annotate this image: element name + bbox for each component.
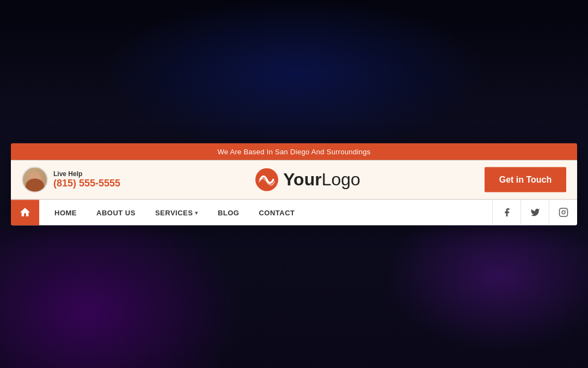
logo-icon xyxy=(255,167,279,191)
logo-bold: Your xyxy=(283,170,322,189)
live-help-section: Live Help (815) 555-5555 xyxy=(22,166,131,192)
logo-section[interactable]: YourLogo xyxy=(142,167,474,191)
main-header: Live Help (815) 555-5555 YourLogo Get in… xyxy=(11,160,577,199)
announcement-bar: We Are Based In San Diego And Surroundin… xyxy=(11,143,577,160)
nav-link-about-us[interactable]: ABOUT US xyxy=(87,200,145,225)
instagram-icon[interactable] xyxy=(549,200,577,225)
header-wrapper: We Are Based In San Diego And Surroundin… xyxy=(11,143,577,225)
live-help-text: Live Help (815) 555-5555 xyxy=(53,170,120,189)
avatar xyxy=(22,166,48,192)
nav-link-blog[interactable]: BLOG xyxy=(208,200,249,225)
live-help-label: Live Help xyxy=(53,170,120,178)
services-dropdown-chevron: ▾ xyxy=(195,209,198,215)
navigation-bar: HOME ABOUT US SERVICES ▾ BLOG CONTACT xyxy=(11,199,577,225)
logo-normal: Logo xyxy=(322,170,360,189)
announcement-text: We Are Based In San Diego And Surroundin… xyxy=(217,147,370,155)
social-icons xyxy=(492,200,577,225)
nav-link-services[interactable]: SERVICES ▾ xyxy=(145,200,208,225)
get-in-touch-button[interactable]: Get in Touch xyxy=(485,167,566,192)
avatar-face xyxy=(23,167,47,191)
home-icon xyxy=(19,207,31,219)
nav-links: HOME ABOUT US SERVICES ▾ BLOG CONTACT xyxy=(39,200,492,225)
nav-home-button[interactable] xyxy=(11,200,39,225)
live-help-phone[interactable]: (815) 555-5555 xyxy=(53,178,120,189)
nav-link-contact[interactable]: CONTACT xyxy=(249,200,304,225)
nav-link-home[interactable]: HOME xyxy=(45,200,87,225)
facebook-icon[interactable] xyxy=(492,200,520,225)
logo-text: YourLogo xyxy=(283,170,360,190)
twitter-icon[interactable] xyxy=(520,200,549,225)
svg-rect-1 xyxy=(559,208,567,216)
